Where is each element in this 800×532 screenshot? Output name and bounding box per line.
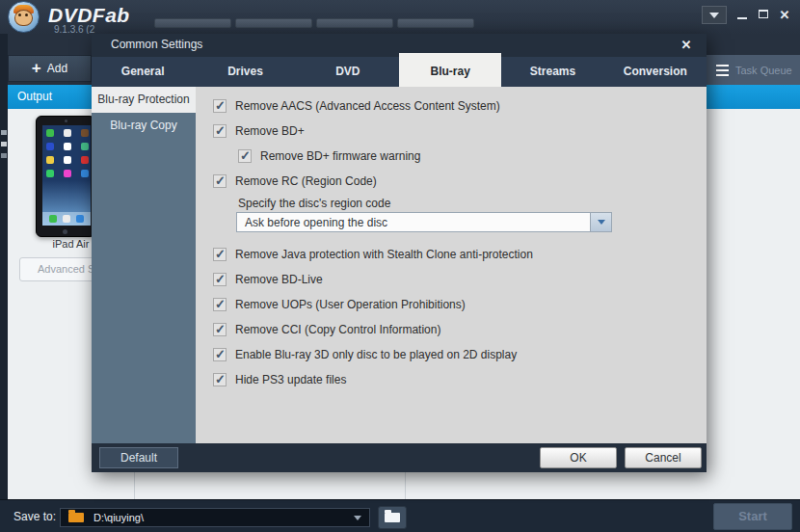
option-remove-cci[interactable]: Remove CCI (Copy Control Information) (213, 322, 440, 337)
checkbox-checked-icon[interactable] (213, 174, 227, 188)
dialog-tab-bar: General Drives DVD Blu-ray Streams Conve… (92, 57, 707, 87)
checkbox-checked-icon[interactable] (213, 273, 227, 286)
start-button[interactable]: Start (713, 503, 792, 530)
dialog-close-button[interactable]: ✕ (678, 37, 695, 54)
checkbox-checked-icon[interactable] (213, 124, 227, 138)
option-remove-bd-plus[interactable]: Remove BD+ (213, 123, 305, 139)
chevron-down-icon[interactable] (354, 516, 361, 520)
save-path-combobox[interactable]: D:\qiuying\ (60, 508, 370, 527)
dialog-title: Common Settings (111, 38, 202, 51)
save-to-label: Save to: (13, 510, 56, 523)
minimize-icon (737, 17, 747, 19)
tab-dvd[interactable]: DVD (297, 57, 399, 87)
minimize-button[interactable] (734, 6, 750, 24)
dvdfab-window: DVDFab 9.1.3.6 (2 ✕ + Add Task Queue Out… (0, 0, 800, 532)
maximize-icon (759, 10, 768, 18)
checkbox-checked-icon[interactable] (213, 298, 227, 311)
sidebar-item-blu-ray-protection[interactable]: Blu-ray Protection (92, 87, 196, 113)
option-remove-aacs[interactable]: Remove AACS (Advanced Access Content Sys… (213, 98, 500, 114)
option-remove-bd-firmware-warning[interactable]: Remove BD+ firmware warning (238, 148, 420, 164)
option-remove-uops[interactable]: Remove UOPs (User Operation Prohibitions… (213, 297, 466, 312)
ipad-preview-image (36, 116, 95, 237)
task-queue-button[interactable]: Task Queue (707, 55, 800, 85)
window-close-button[interactable]: ✕ (777, 6, 792, 24)
task-queue-list-icon (716, 65, 729, 76)
browse-folder-button[interactable] (378, 506, 407, 529)
folder-icon (68, 513, 84, 522)
dialog-footer: Default OK Cancel (92, 443, 707, 472)
sidebar-item-blu-ray-copy[interactable]: Blu-ray Copy (92, 113, 196, 139)
checkbox-checked-icon[interactable] (238, 149, 252, 163)
task-queue-label: Task Queue (735, 65, 792, 76)
nav-segment[interactable] (316, 18, 393, 28)
tab-conversion[interactable]: Conversion (604, 57, 707, 87)
dialog-sidebar: Blu-ray Protection Blu-ray Copy (92, 87, 196, 443)
add-button[interactable]: + Add (8, 55, 92, 82)
left-edge-strip (0, 34, 8, 499)
dialog-content: Remove AACS (Advanced Access Content Sys… (196, 87, 707, 443)
default-button[interactable]: Default (99, 447, 178, 468)
region-code-label: Specify the disc's region code (238, 197, 390, 210)
nav-segment[interactable] (154, 18, 231, 28)
nav-segment[interactable] (235, 18, 312, 28)
dvdfab-logo (8, 1, 40, 33)
plus-icon: + (32, 62, 41, 75)
dropdown-arrow-button[interactable] (590, 213, 611, 231)
option-remove-bd-live[interactable]: Remove BD-Live (213, 272, 323, 287)
ok-button[interactable]: OK (540, 447, 617, 468)
option-hide-ps3-update-files[interactable]: Hide PS3 update files (213, 372, 346, 387)
cancel-button[interactable]: Cancel (625, 447, 702, 468)
save-path-value: D:\qiuying\ (93, 512, 344, 523)
region-code-dropdown-value: Ask before opening the disc (237, 216, 590, 229)
option-enable-3d-on-2d[interactable]: Enable Blu-ray 3D only disc to be played… (213, 347, 517, 362)
tab-general[interactable]: General (92, 57, 194, 87)
dialog-body: Blu-ray Protection Blu-ray Copy Remove A… (92, 87, 707, 443)
checkbox-checked-icon[interactable] (213, 373, 227, 386)
titlebar: DVDFab 9.1.3.6 (2 ✕ (0, 0, 800, 34)
region-code-dropdown[interactable]: Ask before opening the disc (236, 212, 612, 232)
chevron-down-icon (709, 13, 719, 18)
tab-blu-ray[interactable]: Blu-ray (399, 53, 501, 87)
chevron-down-icon (598, 220, 605, 225)
option-remove-rc[interactable]: Remove RC (Region Code) (213, 173, 377, 189)
tab-streams[interactable]: Streams (501, 57, 603, 87)
checkbox-checked-icon[interactable] (213, 348, 227, 361)
bottom-bar: Save to: D:\qiuying\ Start (0, 499, 800, 532)
maximize-button[interactable] (756, 6, 771, 24)
logo-monkey-face (14, 10, 33, 26)
checkbox-checked-icon[interactable] (213, 99, 227, 113)
menu-dropdown-button[interactable] (702, 6, 727, 24)
ipad-home-button (63, 229, 67, 234)
nav-segment[interactable] (397, 18, 474, 28)
option-remove-java-protection[interactable]: Remove Java protection with Stealth Clon… (213, 247, 533, 262)
checkbox-checked-icon[interactable] (213, 248, 227, 261)
tab-drives[interactable]: Drives (194, 57, 296, 87)
add-button-label: Add (47, 62, 67, 75)
checkbox-checked-icon[interactable] (213, 323, 227, 336)
common-settings-dialog: Common Settings ✕ General Drives DVD Blu… (92, 34, 707, 472)
folder-open-icon (385, 513, 400, 522)
